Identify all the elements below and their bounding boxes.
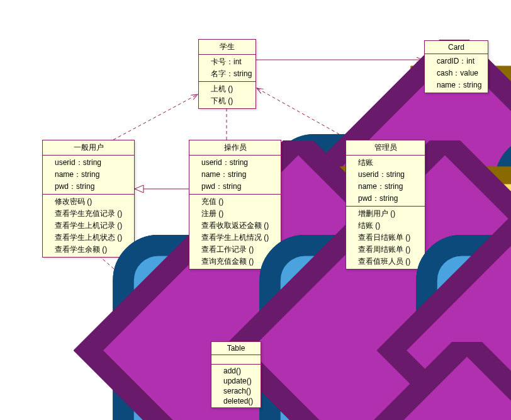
operation-row: 查询充值金额 ()	[189, 256, 281, 268]
attribute-text: userid：string	[55, 157, 101, 168]
attribute-text: 结账	[358, 157, 373, 168]
operation-icon	[214, 377, 222, 385]
attribute-icon	[427, 82, 435, 89]
operation-row: 上机 ()	[199, 83, 256, 95]
operation-text: 查看学生余额 ()	[55, 244, 107, 255]
svg-rect-1	[419, 75, 511, 215]
attribute-text: pwd：string	[358, 193, 398, 204]
attribute-text: cash：value	[437, 68, 478, 79]
rel-admin-student	[257, 88, 349, 140]
operation-icon	[192, 222, 199, 230]
attribute-text: name：string	[201, 169, 246, 180]
attribute-text: userid：string	[358, 169, 405, 180]
svg-rect-23	[123, 246, 403, 420]
svg-marker-64	[257, 342, 512, 420]
svg-rect-46	[427, 246, 511, 420]
attribute-row: pwd：string	[189, 181, 281, 193]
operation-text: 查看收取返还金额 ()	[201, 220, 269, 231]
operation-icon	[349, 246, 356, 254]
operation-icon	[214, 397, 222, 405]
operation-text: 上机 ()	[211, 84, 233, 94]
svg-rect-14	[505, 146, 511, 356]
operation-text: update()	[223, 377, 252, 385]
ops-section: 修改密码 ()查看学生充值记录 ()查看学生上机记录 ()查看学生上机状态 ()…	[43, 195, 134, 257]
attribute-text: pwd：string	[55, 181, 94, 192]
operation-icon	[192, 198, 199, 206]
class-user: 一般用户 userid：stringname：stringpwd：string …	[42, 140, 135, 258]
svg-rect-17	[123, 246, 403, 420]
class-admin: 管理员 结账userid：stringname：stringpwd：string…	[345, 140, 425, 270]
attribute-icon	[45, 159, 53, 167]
svg-point-2	[497, 116, 511, 173]
operation-text: 增删用户 ()	[358, 208, 395, 219]
attrs-section: 卡号：int名字：string	[199, 55, 256, 82]
svg-rect-11	[505, 146, 511, 356]
operation-icon	[45, 234, 53, 242]
operation-row: 充值 ()	[189, 196, 281, 208]
attribute-row: 卡号：int	[199, 56, 256, 68]
operation-row: 下机 ()	[199, 95, 256, 107]
operation-text: 查看学生充值记录 ()	[55, 208, 122, 219]
operation-text: 充值 ()	[201, 196, 223, 207]
class-table: Table add()update()serach()deleted()	[211, 341, 261, 408]
operation-row: update()	[211, 376, 261, 386]
operation-row: 查看学生充值记录 ()	[43, 208, 134, 220]
class-student: 学生 卡号：int名字：string 上机 ()下机 ()	[198, 39, 256, 109]
class-operator: 操作员 userid：stringname：stringpwd：string 充…	[189, 140, 281, 270]
svg-rect-20	[123, 246, 403, 420]
ops-section: 增删用户 ()结账 ()查看日结账单 ()查看周结账单 ()查看值班人员 ()	[346, 207, 425, 269]
svg-marker-30	[89, 140, 508, 420]
operation-icon	[45, 222, 53, 230]
operation-icon	[349, 258, 356, 266]
svg-point-36	[487, 217, 511, 273]
attribute-text: cardID：int	[437, 56, 474, 67]
attribute-text: 卡号：int	[211, 57, 242, 67]
operation-row: deleted()	[211, 396, 261, 406]
operation-row: 查看学生上机情况 ()	[189, 232, 281, 244]
attribute-icon	[349, 195, 356, 203]
operation-row: 查看日结账单 ()	[346, 232, 425, 244]
svg-rect-55	[427, 246, 511, 420]
svg-rect-37	[270, 246, 511, 420]
operation-text: 查看工作记录 ()	[201, 244, 254, 255]
svg-marker-26	[89, 140, 508, 420]
attribute-icon	[192, 171, 199, 179]
operation-row: add()	[211, 366, 261, 376]
operation-text: 查看学生上机记录 ()	[55, 220, 122, 231]
attribute-row: 名字：string	[199, 68, 256, 80]
operation-text: add()	[223, 366, 241, 375]
attribute-row: userid：string	[189, 157, 281, 169]
svg-marker-29	[89, 140, 508, 420]
attribute-row: cardID：int	[425, 55, 488, 67]
operation-text: 结账 ()	[358, 220, 380, 231]
attrs-section: 结账userid：stringname：stringpwd：string	[346, 156, 425, 207]
attribute-text: pwd：string	[201, 181, 241, 192]
class-title: 一般用户	[43, 140, 134, 156]
svg-marker-27	[89, 140, 508, 420]
operation-text: deleted()	[223, 397, 253, 406]
operation-icon	[349, 210, 356, 218]
svg-marker-63	[257, 342, 512, 420]
attribute-icon	[427, 58, 435, 65]
operation-row: 修改密码 ()	[43, 196, 134, 208]
operation-icon	[45, 246, 53, 254]
svg-rect-34	[270, 246, 511, 420]
operation-text: 下机 ()	[211, 96, 233, 106]
operation-row: serach()	[211, 386, 261, 396]
svg-rect-4	[419, 75, 511, 215]
attribute-row: name：string	[425, 79, 488, 91]
attribute-row: name：string	[346, 181, 425, 193]
attribute-icon	[349, 171, 356, 179]
operation-text: 查看值班人员 ()	[358, 256, 410, 267]
attribute-row: name：string	[189, 169, 281, 181]
operation-icon	[45, 198, 53, 206]
operation-text: 查看学生上机情况 ()	[201, 232, 269, 243]
class-title: 操作员	[189, 140, 281, 156]
ops-section: add()update()serach()deleted()	[211, 365, 261, 407]
attribute-row: name：string	[43, 169, 134, 181]
attribute-row: cash：value	[425, 67, 488, 79]
svg-point-5	[497, 116, 511, 173]
operation-icon	[201, 98, 209, 105]
operation-row: 查看学生上机状态 ()	[43, 232, 134, 244]
attribute-icon	[349, 183, 356, 191]
